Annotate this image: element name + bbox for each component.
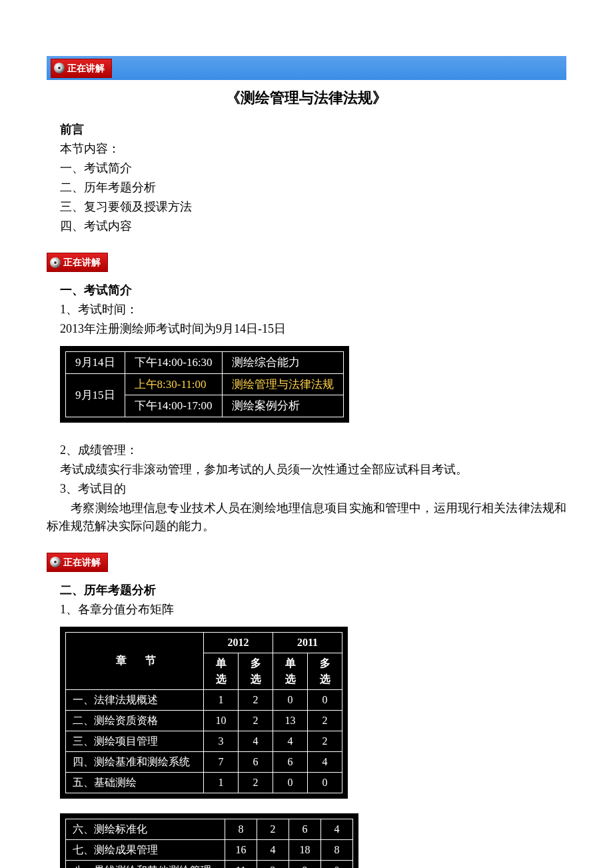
- schedule-subject: 测绘案例分析: [222, 395, 343, 417]
- cell: 6: [239, 751, 273, 772]
- section-1b: 2、成绩管理： 考试成绩实行非滚动管理，参加考试的人员须一次性通过全部应试科目考…: [47, 441, 566, 498]
- cell: 4: [321, 819, 353, 839]
- section2-heading: 二、历年考题分析: [60, 581, 566, 599]
- cell: 7: [204, 751, 239, 772]
- col-chapter: 章 节: [66, 632, 204, 689]
- col-2012: 2012: [204, 632, 273, 653]
- preface-item: 二、历年考题分析: [60, 179, 566, 197]
- cell: 4: [273, 731, 308, 751]
- cell: 4: [257, 839, 289, 860]
- cell: 8: [321, 839, 353, 860]
- cell: 18: [289, 839, 321, 860]
- table-row: 三、测绘项目管理 3 4 4 2: [66, 731, 342, 751]
- preface-item: 三、复习要领及授课方法: [60, 198, 566, 216]
- schedule-subject: 测绘综合能力: [222, 352, 343, 374]
- cell: 2: [239, 710, 273, 731]
- section-1: 一、考试简介 1、考试时间： 2013年注册测绘师考试时间为9月14日-15日: [47, 281, 566, 338]
- disc-icon: [54, 63, 65, 73]
- section-2: 二、历年考题分析 1、各章分值分布矩阵: [47, 581, 566, 619]
- cell: 2: [239, 689, 273, 710]
- table-row: 9月14日 下午14:00-16:30 测绘综合能力: [66, 352, 344, 374]
- badge-label: 正在讲解: [67, 61, 105, 75]
- cell: 2: [308, 710, 342, 731]
- cell: 16: [225, 839, 257, 860]
- table-row: 五、基础测绘 1 2 0 0: [66, 772, 342, 793]
- score-table-2-wrap: 六、测绘标准化 8 2 6 4 七、测绘成果管理 16 4 18 8 八、界线测…: [60, 813, 358, 869]
- col-multi: 多选: [239, 653, 273, 689]
- row-label: 五、基础测绘: [66, 772, 204, 793]
- table-row: 一、法律法规概述 1 2 0 0: [66, 689, 342, 710]
- page-title: 《测绘管理与法律法规》: [47, 87, 566, 109]
- row-label: 七、测绘成果管理: [66, 839, 225, 860]
- section1-p1-line: 2013年注册测绘师考试时间为9月14日-15日: [60, 320, 566, 338]
- cell: 0: [308, 689, 342, 710]
- cell: 8: [225, 819, 257, 839]
- section1-p3-label: 3、考试目的: [60, 480, 566, 498]
- cell: 2: [308, 731, 342, 751]
- table-row: 9月15日 上午8:30-11:00 测绘管理与法律法规: [66, 373, 344, 395]
- cell: 0: [273, 689, 308, 710]
- schedule-time: 上午8:30-11:00: [125, 373, 222, 395]
- section1-p2-label: 2、成绩管理：: [60, 441, 566, 459]
- section1-p1-label: 1、考试时间：: [60, 301, 566, 319]
- badge-label: 正在讲解: [63, 255, 101, 269]
- schedule-table: 9月14日 下午14:00-16:30 测绘综合能力 9月15日 上午8:30-…: [65, 351, 344, 417]
- col-multi: 多选: [308, 653, 342, 689]
- cell: 3: [204, 731, 239, 751]
- col-single: 单选: [204, 653, 239, 689]
- table-row: 二、测绘资质资格 10 2 13 2: [66, 710, 342, 731]
- score-table-1: 章 节 2012 2011 单选 多选 单选 多选 一、法律法规概述 1 2 0…: [65, 632, 342, 793]
- col-single: 单选: [273, 653, 308, 689]
- row-label: 二、测绘资质资格: [66, 710, 204, 731]
- header-banner: 正在讲解: [47, 56, 566, 80]
- table-row: 八、界线测绘和其他测绘管理 11 2 9 0: [66, 860, 353, 868]
- disc-icon: [50, 257, 61, 268]
- cell: 10: [204, 710, 239, 731]
- cell: 0: [308, 772, 342, 793]
- cell: 2: [257, 860, 289, 868]
- schedule-time: 下午14:00-17:00: [125, 395, 222, 417]
- cell: 4: [239, 731, 273, 751]
- table-row: 七、测绘成果管理 16 4 18 8: [66, 839, 353, 860]
- preface-lead: 本节内容：: [60, 140, 566, 158]
- score-table-1-wrap: 章 节 2012 2011 单选 多选 单选 多选 一、法律法规概述 1 2 0…: [60, 627, 348, 799]
- cell: 2: [257, 819, 289, 839]
- row-label: 一、法律法规概述: [66, 689, 204, 710]
- schedule-date: 9月15日: [66, 373, 125, 417]
- badge-label: 正在讲解: [63, 555, 101, 569]
- preface-item: 一、考试简介: [60, 159, 566, 177]
- section1-p2-line: 考试成绩实行非滚动管理，参加考试的人员须一次性通过全部应试科目考试。: [60, 461, 566, 479]
- cell: 0: [273, 772, 308, 793]
- section2-p1-label: 1、各章分值分布矩阵: [60, 601, 566, 619]
- preface-item: 四、考试内容: [60, 217, 566, 235]
- cell: 6: [289, 819, 321, 839]
- cell: 0: [321, 860, 353, 868]
- schedule-time: 下午14:00-16:30: [125, 352, 222, 374]
- disc-icon: [50, 557, 61, 567]
- preface-heading: 前言: [60, 121, 566, 139]
- preface-block: 前言 本节内容： 一、考试简介 二、历年考题分析 三、复习要领及授课方法 四、考…: [47, 121, 566, 235]
- table-row: 四、测绘基准和测绘系统 7 6 6 4: [66, 751, 342, 772]
- row-label: 四、测绘基准和测绘系统: [66, 751, 204, 772]
- score-table-2: 六、测绘标准化 8 2 6 4 七、测绘成果管理 16 4 18 8 八、界线测…: [65, 819, 353, 869]
- schedule-table-wrap: 9月14日 下午14:00-16:30 测绘综合能力 9月15日 上午8:30-…: [60, 346, 349, 423]
- table-row: 章 节 2012 2011: [66, 632, 342, 653]
- col-2011: 2011: [273, 632, 342, 653]
- cell: 1: [204, 689, 239, 710]
- row-label: 六、测绘标准化: [66, 819, 225, 839]
- now-playing-badge: 正在讲解: [47, 553, 108, 572]
- section1-heading: 一、考试简介: [60, 281, 566, 299]
- now-playing-badge: 正在讲解: [47, 253, 108, 272]
- cell: 13: [273, 710, 308, 731]
- cell: 2: [239, 772, 273, 793]
- schedule-subject: 测绘管理与法律法规: [222, 373, 343, 395]
- cell: 4: [308, 751, 342, 772]
- row-label: 八、界线测绘和其他测绘管理: [66, 860, 225, 868]
- cell: 9: [289, 860, 321, 868]
- cell: 11: [225, 860, 257, 868]
- row-label: 三、测绘项目管理: [66, 731, 204, 751]
- schedule-date: 9月14日: [66, 352, 125, 374]
- now-playing-badge: 正在讲解: [51, 59, 112, 78]
- cell: 6: [273, 751, 308, 772]
- section1-p3-line: 考察测绘地理信息专业技术人员在测绘地理信息项目实施和管理中，运用现行相关法律法规…: [47, 499, 566, 535]
